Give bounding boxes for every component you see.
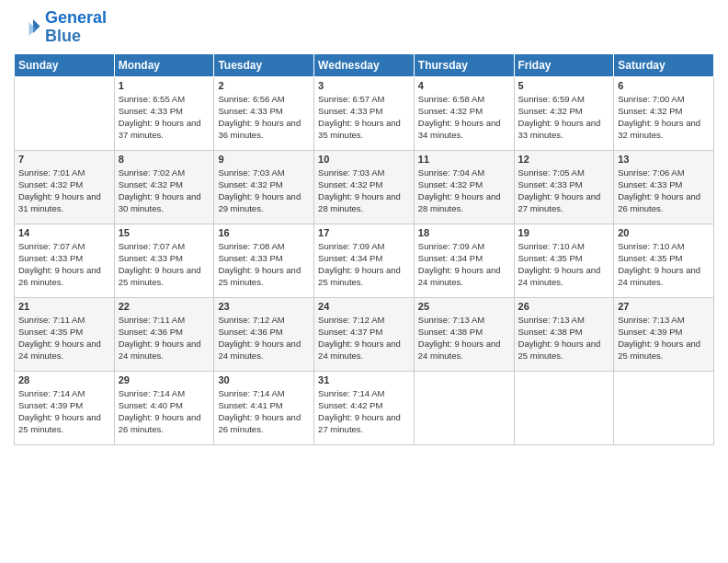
day-cell: 23Sunrise: 7:12 AMSunset: 4:36 PMDayligh… (214, 297, 314, 371)
day-info: Sunrise: 7:10 AMSunset: 4:35 PMDaylight:… (618, 240, 710, 289)
day-cell: 15Sunrise: 7:07 AMSunset: 4:33 PMDayligh… (114, 224, 214, 297)
day-cell (614, 371, 714, 444)
day-info: Sunrise: 7:11 AMSunset: 4:36 PMDaylight:… (119, 314, 210, 362)
day-info: Sunrise: 6:55 AMSunset: 4:33 PMDaylight:… (119, 93, 210, 142)
week-row-1: 1Sunrise: 6:55 AMSunset: 4:33 PMDaylight… (15, 76, 714, 150)
day-number: 31 (318, 374, 410, 385)
day-number: 25 (418, 301, 510, 312)
day-number: 30 (218, 374, 310, 385)
day-cell: 31Sunrise: 7:14 AMSunset: 4:42 PMDayligh… (314, 371, 415, 444)
weekday-monday: Monday (114, 53, 214, 76)
day-cell: 28Sunrise: 7:14 AMSunset: 4:39 PMDayligh… (15, 371, 115, 444)
weekday-header-row: SundayMondayTuesdayWednesdayThursdayFrid… (15, 53, 714, 76)
weekday-thursday: Thursday (414, 53, 514, 76)
day-cell: 8Sunrise: 7:02 AMSunset: 4:32 PMDaylight… (114, 150, 214, 224)
day-info: Sunrise: 7:09 AMSunset: 4:34 PMDaylight:… (418, 240, 510, 289)
day-info: Sunrise: 7:00 AMSunset: 4:32 PMDaylight:… (618, 93, 710, 142)
day-number: 28 (18, 374, 110, 385)
day-cell: 4Sunrise: 6:58 AMSunset: 4:32 PMDaylight… (414, 76, 514, 150)
day-number: 2 (218, 80, 310, 91)
day-number: 26 (518, 301, 610, 312)
day-number: 8 (119, 154, 210, 165)
day-info: Sunrise: 7:07 AMSunset: 4:33 PMDaylight:… (18, 240, 110, 289)
day-cell: 1Sunrise: 6:55 AMSunset: 4:33 PMDaylight… (114, 76, 214, 150)
week-row-4: 21Sunrise: 7:11 AMSunset: 4:35 PMDayligh… (15, 297, 714, 371)
day-cell: 16Sunrise: 7:08 AMSunset: 4:33 PMDayligh… (214, 224, 314, 297)
day-info: Sunrise: 7:01 AMSunset: 4:32 PMDaylight:… (18, 167, 110, 215)
day-info: Sunrise: 7:04 AMSunset: 4:32 PMDaylight:… (418, 167, 510, 215)
day-info: Sunrise: 7:14 AMSunset: 4:40 PMDaylight:… (119, 387, 210, 436)
day-info: Sunrise: 6:58 AMSunset: 4:32 PMDaylight:… (418, 93, 510, 142)
day-number: 27 (618, 301, 710, 312)
day-number: 11 (418, 154, 510, 165)
day-cell: 5Sunrise: 6:59 AMSunset: 4:32 PMDaylight… (514, 76, 614, 150)
day-cell: 13Sunrise: 7:06 AMSunset: 4:33 PMDayligh… (614, 150, 714, 224)
day-info: Sunrise: 7:14 AMSunset: 4:41 PMDaylight:… (218, 387, 310, 436)
day-info: Sunrise: 7:03 AMSunset: 4:32 PMDaylight:… (318, 167, 410, 215)
day-info: Sunrise: 7:08 AMSunset: 4:33 PMDaylight:… (218, 240, 310, 289)
day-number: 23 (218, 301, 310, 312)
day-number: 10 (318, 154, 410, 165)
day-cell: 25Sunrise: 7:13 AMSunset: 4:38 PMDayligh… (414, 297, 514, 371)
day-number: 6 (618, 80, 710, 91)
day-cell: 30Sunrise: 7:14 AMSunset: 4:41 PMDayligh… (214, 371, 314, 444)
header: General Blue (14, 9, 714, 46)
week-row-2: 7Sunrise: 7:01 AMSunset: 4:32 PMDaylight… (15, 150, 714, 224)
weekday-wednesday: Wednesday (314, 53, 415, 76)
day-number: 22 (119, 301, 210, 312)
day-info: Sunrise: 7:10 AMSunset: 4:35 PMDaylight:… (518, 240, 610, 289)
day-cell (15, 76, 115, 150)
day-cell: 2Sunrise: 6:56 AMSunset: 4:33 PMDaylight… (214, 76, 314, 150)
day-cell: 11Sunrise: 7:04 AMSunset: 4:32 PMDayligh… (414, 150, 514, 224)
day-info: Sunrise: 7:06 AMSunset: 4:33 PMDaylight:… (618, 167, 710, 215)
day-number: 12 (518, 154, 610, 165)
logo-icon (14, 14, 41, 41)
day-number: 4 (418, 80, 510, 91)
day-number: 3 (318, 80, 410, 91)
day-number: 29 (119, 374, 210, 385)
calendar: SundayMondayTuesdayWednesdayThursdayFrid… (14, 53, 714, 445)
day-info: Sunrise: 7:14 AMSunset: 4:42 PMDaylight:… (318, 387, 410, 436)
page: General Blue SundayMondayTuesdayWednesda… (0, 0, 728, 563)
day-number: 16 (218, 227, 310, 238)
day-cell: 22Sunrise: 7:11 AMSunset: 4:36 PMDayligh… (114, 297, 214, 371)
day-info: Sunrise: 7:09 AMSunset: 4:34 PMDaylight:… (318, 240, 410, 289)
day-cell: 20Sunrise: 7:10 AMSunset: 4:35 PMDayligh… (614, 224, 714, 297)
day-number: 13 (618, 154, 710, 165)
week-row-3: 14Sunrise: 7:07 AMSunset: 4:33 PMDayligh… (15, 224, 714, 297)
day-cell: 7Sunrise: 7:01 AMSunset: 4:32 PMDaylight… (15, 150, 115, 224)
weekday-tuesday: Tuesday (214, 53, 314, 76)
week-row-5: 28Sunrise: 7:14 AMSunset: 4:39 PMDayligh… (15, 371, 714, 444)
day-info: Sunrise: 7:14 AMSunset: 4:39 PMDaylight:… (18, 387, 110, 436)
day-info: Sunrise: 7:13 AMSunset: 4:38 PMDaylight:… (418, 314, 510, 362)
day-cell: 9Sunrise: 7:03 AMSunset: 4:32 PMDaylight… (214, 150, 314, 224)
day-info: Sunrise: 6:59 AMSunset: 4:32 PMDaylight:… (518, 93, 610, 142)
day-cell: 3Sunrise: 6:57 AMSunset: 4:33 PMDaylight… (314, 76, 415, 150)
day-cell (414, 371, 514, 444)
day-info: Sunrise: 7:02 AMSunset: 4:32 PMDaylight:… (119, 167, 210, 215)
day-info: Sunrise: 7:03 AMSunset: 4:32 PMDaylight:… (218, 167, 310, 215)
weekday-friday: Friday (514, 53, 614, 76)
day-info: Sunrise: 7:12 AMSunset: 4:37 PMDaylight:… (318, 314, 410, 362)
day-number: 15 (119, 227, 210, 238)
day-number: 14 (18, 227, 110, 238)
day-info: Sunrise: 6:56 AMSunset: 4:33 PMDaylight:… (218, 93, 310, 142)
day-info: Sunrise: 7:11 AMSunset: 4:35 PMDaylight:… (18, 314, 110, 362)
day-cell: 21Sunrise: 7:11 AMSunset: 4:35 PMDayligh… (15, 297, 115, 371)
day-info: Sunrise: 7:05 AMSunset: 4:33 PMDaylight:… (518, 167, 610, 215)
day-cell: 12Sunrise: 7:05 AMSunset: 4:33 PMDayligh… (514, 150, 614, 224)
day-number: 20 (618, 227, 710, 238)
day-info: Sunrise: 7:07 AMSunset: 4:33 PMDaylight:… (119, 240, 210, 289)
day-number: 9 (218, 154, 310, 165)
day-cell: 24Sunrise: 7:12 AMSunset: 4:37 PMDayligh… (314, 297, 415, 371)
day-number: 18 (418, 227, 510, 238)
day-number: 1 (119, 80, 210, 91)
day-info: Sunrise: 7:13 AMSunset: 4:38 PMDaylight:… (518, 314, 610, 362)
day-number: 21 (18, 301, 110, 312)
day-cell: 18Sunrise: 7:09 AMSunset: 4:34 PMDayligh… (414, 224, 514, 297)
day-number: 7 (18, 154, 110, 165)
logo-text: General Blue (45, 9, 107, 46)
weekday-sunday: Sunday (15, 53, 115, 76)
day-cell: 27Sunrise: 7:13 AMSunset: 4:39 PMDayligh… (614, 297, 714, 371)
logo: General Blue (14, 9, 107, 46)
